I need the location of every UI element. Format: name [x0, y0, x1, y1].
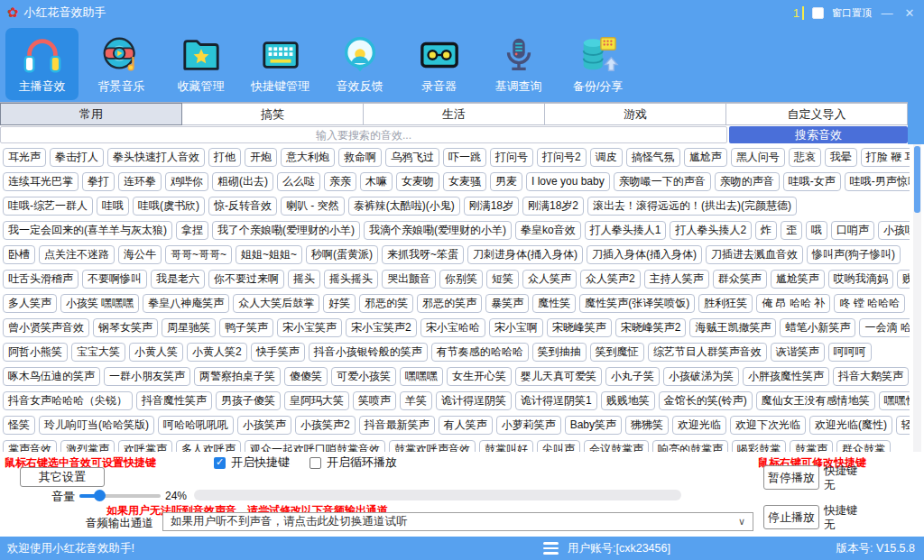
sound-button[interactable]: 刀插进去溅血音效: [706, 245, 803, 264]
sound-button[interactable]: 宋小宝啊: [489, 318, 543, 337]
toolbar-item-recorder[interactable]: 录音器: [402, 28, 476, 100]
sound-button[interactable]: 哦: [806, 221, 827, 240]
sound-button[interactable]: 宋小宝笑声: [277, 318, 342, 337]
sound-button[interactable]: 抖音女声哈哈哈（尖锐）: [3, 391, 133, 410]
sound-button[interactable]: 傻傻笑: [284, 367, 328, 386]
sound-button[interactable]: 小胖孩魔性笑声: [743, 367, 829, 386]
sound-button[interactable]: 意大利炮: [281, 148, 335, 167]
sound-button[interactable]: 卧槽: [3, 245, 35, 264]
grid-scrollbar-thumb[interactable]: [914, 146, 920, 213]
sound-button[interactable]: 掌声音效: [3, 440, 57, 452]
sound-button[interactable]: 一会滴 哈哈哈: [859, 318, 910, 337]
sound-button[interactable]: 胜利狂笑: [698, 294, 753, 313]
sound-button[interactable]: 刚满18岁: [464, 197, 519, 216]
sound-button[interactable]: Baby笑声: [565, 416, 622, 435]
sound-button[interactable]: 好笑: [323, 294, 356, 313]
other-settings-button[interactable]: 其它设置: [20, 467, 105, 487]
sound-button[interactable]: 亲吻的声音: [715, 172, 780, 191]
sound-button[interactable]: 哇哦-综艺一群人: [3, 197, 93, 216]
sound-button[interactable]: 刀插入身体(捅入身体): [587, 245, 702, 264]
sound-button[interactable]: 刀刺进身体(捅入身体): [467, 245, 583, 264]
enable-hotkey-checkbox[interactable]: [214, 457, 226, 469]
sound-button[interactable]: 开炮: [245, 148, 277, 167]
sound-button[interactable]: 点关注不迷路: [39, 245, 115, 264]
sound-button[interactable]: 鼓掌声: [790, 440, 833, 452]
sound-button[interactable]: 邪恶的笑声: [417, 294, 482, 313]
menu-icon[interactable]: [543, 542, 559, 555]
sound-button[interactable]: 我了个亲娘嘞(爱理财的小羊): [212, 221, 360, 240]
sound-button[interactable]: 男孩子傻笑: [216, 391, 281, 410]
sound-button[interactable]: 女麦吻: [396, 172, 439, 191]
sound-button[interactable]: 鼓掌叫好: [479, 440, 533, 452]
sound-button[interactable]: 拳打: [82, 172, 115, 191]
sound-button[interactable]: 欢呼掌声: [118, 440, 172, 452]
sound-button[interactable]: 快手笑声: [251, 343, 305, 362]
sound-button[interactable]: 小孩笑 嘿嘿嘿: [60, 294, 139, 313]
sound-button[interactable]: 你别笑: [439, 270, 483, 289]
sound-button[interactable]: 宋小宝笑声2: [346, 318, 417, 337]
sound-button[interactable]: 姐姐~姐姐~: [236, 245, 302, 264]
window-pin-checkbox[interactable]: [812, 7, 824, 19]
sound-button[interactable]: 嘿嘿怪笑声: [879, 391, 910, 410]
sound-button[interactable]: 抖音最新笑声: [359, 416, 435, 435]
toolbar-item-favorites[interactable]: 收藏管理: [164, 28, 237, 100]
sound-button[interactable]: 抖音大鹅笑声: [833, 367, 909, 386]
sound-button[interactable]: 嘿嘿嘿: [400, 367, 443, 386]
sound-button[interactable]: 众人笑声: [522, 270, 577, 289]
sound-button[interactable]: 金馆长的笑(铃声): [659, 391, 753, 410]
sound-button[interactable]: 海贼王凯撒笑声: [689, 318, 776, 337]
sound-button[interactable]: 笑到魔怔: [590, 343, 644, 362]
sound-button[interactable]: 俺 昂 哈哈 补: [756, 294, 830, 313]
sound-button[interactable]: 笑到抽抽: [532, 343, 587, 362]
sound-button[interactable]: 小黄人笑2: [187, 343, 247, 362]
sound-button[interactable]: 哇哦-女声: [783, 172, 841, 191]
sound-button[interactable]: 拿捏: [176, 221, 208, 240]
sound-button[interactable]: 欢迎下次光临: [730, 416, 806, 435]
toolbar-item-pitch-query[interactable]: 基调查询: [482, 28, 555, 100]
sound-button[interactable]: 调皮: [590, 148, 623, 167]
sound-button[interactable]: 打他: [208, 148, 241, 167]
sound-button[interactable]: 响亮的鼓掌声: [652, 440, 728, 452]
sound-button[interactable]: 打问号2: [537, 148, 587, 167]
sound-button[interactable]: 哭出颤音: [382, 270, 436, 289]
sound-button[interactable]: 宋晓峰笑声2: [615, 318, 687, 337]
sound-button[interactable]: 粗砌(出去): [212, 172, 273, 191]
sound-button[interactable]: 暴笑声: [485, 294, 529, 313]
sound-button[interactable]: 打人拳头揍人1: [585, 221, 667, 240]
sound-button[interactable]: 亲吻嘬一下的声音: [614, 172, 711, 191]
sound-button[interactable]: 呵哈哈吼吼吼: [158, 416, 234, 435]
sound-button[interactable]: 笑喷声: [353, 391, 396, 410]
sound-button[interactable]: 玲儿响叮当(哈哈笑版): [39, 416, 154, 435]
sound-button[interactable]: 鼓掌欢呼声音效: [389, 440, 476, 452]
sound-button[interactable]: 鸡哔你: [165, 172, 208, 191]
sound-button[interactable]: 啄木鸟伍迪的笑声: [3, 367, 100, 386]
sound-button[interactable]: 拳皇八神庵笑声: [143, 294, 229, 313]
sound-button[interactable]: 哥哥~哥哥~: [165, 245, 232, 264]
sound-button[interactable]: 悲哀: [789, 148, 821, 167]
sound-button[interactable]: 救命啊: [338, 148, 382, 167]
sound-button[interactable]: 摇头: [288, 270, 320, 289]
sound-button[interactable]: 贱笑: [897, 270, 910, 289]
playback-progress-bar[interactable]: [194, 490, 681, 500]
grid-scrollbar[interactable]: [913, 144, 921, 452]
sound-button[interactable]: 男麦: [490, 172, 522, 191]
tab-life[interactable]: 生活: [364, 103, 545, 125]
sound-button[interactable]: 两警察拍桌子笑: [194, 367, 281, 386]
sound-button[interactable]: 诙谐笑声: [771, 343, 825, 362]
volume-slider-thumb[interactable]: [94, 490, 106, 501]
sound-button[interactable]: 呵呵呵: [828, 343, 872, 362]
sound-button[interactable]: 耳光声: [3, 148, 46, 167]
toolbar-item-hotkey-mgmt[interactable]: 快捷键管理: [244, 28, 317, 100]
sound-button[interactable]: 打人拳头揍人2: [670, 221, 752, 240]
sound-button[interactable]: 阿哲小熊笑: [3, 343, 68, 362]
sound-button[interactable]: 打问号: [490, 148, 533, 167]
sound-button[interactable]: 摇头摇头: [324, 270, 378, 289]
sound-button[interactable]: 打脸 鞭 耳光: [861, 148, 910, 167]
sound-button[interactable]: 魔仙女王没有感情地笑: [756, 391, 875, 410]
sound-button[interactable]: 会议鼓掌声: [584, 440, 649, 452]
sound-button[interactable]: 拳击打人: [50, 148, 104, 167]
tab-common[interactable]: 常用: [0, 103, 182, 125]
tab-custom-import[interactable]: 自定义导入: [726, 103, 908, 125]
sound-button[interactable]: 短笑: [486, 270, 519, 289]
sound-button[interactable]: 惊-反转音效: [208, 197, 277, 216]
